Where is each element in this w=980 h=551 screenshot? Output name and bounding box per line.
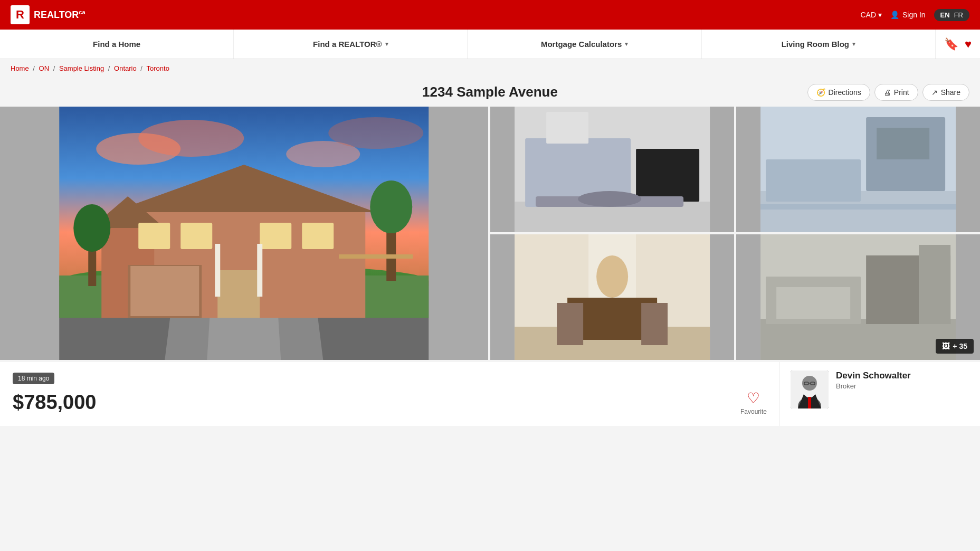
nav-find-home[interactable]: Find a Home	[0, 30, 234, 59]
chevron-down-icon: ▾	[878, 11, 882, 19]
nav-find-realtor-label: Find a REALTOR®	[313, 40, 382, 49]
logo-name-text: REALTOR	[34, 10, 79, 20]
print-label: Print	[894, 88, 909, 97]
svg-rect-27	[339, 254, 413, 259]
breadcrumb-toronto[interactable]: Toronto	[147, 64, 169, 72]
breadcrumb-sep: /	[33, 64, 36, 72]
svg-rect-19	[130, 266, 199, 316]
gallery-icon: 🖼	[942, 342, 949, 350]
svg-rect-40	[760, 204, 956, 210]
header-right: CAD ▾ 👤 Sign In EN FR	[860, 9, 969, 21]
agent-name: Devin Schowalter	[836, 370, 911, 381]
directions-button[interactable]: 🧭 Directions	[807, 84, 870, 101]
nav-actions: 🔖 ♥	[936, 37, 980, 51]
heart-icon[interactable]: ♥	[965, 37, 972, 51]
svg-rect-22	[257, 244, 262, 297]
share-icon: ↗	[931, 88, 938, 97]
currency-label: CAD	[860, 11, 876, 19]
photo-living-room	[490, 107, 734, 232]
photo-main[interactable]	[0, 107, 488, 360]
directions-icon: 🧭	[816, 88, 825, 97]
photo-top-right-2[interactable]	[736, 107, 980, 232]
logo-r-icon: R	[11, 5, 30, 24]
svg-rect-53	[919, 245, 950, 324]
photo-grid: 🖼 + 35	[0, 107, 980, 360]
chevron-down-icon: ▾	[852, 41, 855, 48]
print-icon: 🖨	[883, 88, 891, 97]
svg-rect-14	[138, 223, 170, 249]
nav-blog-label: Living Room Blog	[782, 40, 849, 49]
logo-ca-text: ca	[79, 9, 85, 15]
nav-mortgage[interactable]: Mortgage Calculators ▾	[468, 30, 701, 59]
svg-rect-34	[546, 112, 588, 144]
favourite-heart-icon: ♡	[747, 390, 760, 407]
listing-header: 1234 Sample Avenue 🧭 Directions 🖨 Print …	[0, 78, 980, 107]
svg-rect-38	[766, 159, 861, 202]
listing-title: 1234 Sample Avenue	[422, 84, 558, 100]
favourite-label: Favourite	[740, 408, 767, 415]
lang-en: EN	[940, 11, 950, 19]
photo-top-right-1[interactable]	[490, 107, 734, 232]
sign-in-button[interactable]: 👤 Sign In	[890, 11, 926, 19]
breadcrumb-on[interactable]: ON	[39, 64, 50, 72]
nav-mortgage-label: Mortgage Calculators	[541, 40, 622, 49]
nav-find-realtor[interactable]: Find a REALTOR® ▾	[234, 30, 468, 59]
price-section: 18 min ago $785,000 ♡ Favourite	[0, 362, 779, 426]
chevron-down-icon: ▾	[385, 41, 388, 48]
svg-rect-47	[588, 234, 636, 298]
breadcrumb-sep: /	[140, 64, 144, 72]
photo-dining-room	[490, 234, 734, 360]
breadcrumb-sep: /	[108, 64, 112, 72]
bookmark-icon[interactable]: 🔖	[944, 37, 958, 51]
photo-bottom-right-2[interactable]: 🖼 + 35	[736, 234, 980, 360]
breadcrumb-home[interactable]: Home	[11, 64, 29, 72]
svg-rect-52	[776, 287, 850, 319]
directions-label: Directions	[829, 88, 861, 97]
svg-point-4	[328, 117, 423, 149]
chevron-down-icon: ▾	[625, 41, 628, 48]
photo-bottom-right-1[interactable]	[490, 234, 734, 360]
user-icon: 👤	[890, 11, 899, 19]
main-photo-svg	[0, 107, 488, 360]
svg-rect-49	[760, 319, 956, 360]
svg-rect-59	[808, 397, 811, 408]
logo[interactable]: R REALTORca	[11, 5, 85, 24]
agent-photo	[791, 370, 829, 408]
svg-rect-17	[302, 223, 334, 249]
listing-actions: 🧭 Directions 🖨 Print ↗ Share	[807, 84, 969, 101]
time-badge: 18 min ago	[13, 373, 54, 384]
header: R REALTORca CAD ▾ 👤 Sign In EN FR	[0, 0, 980, 30]
share-button[interactable]: ↗ Share	[922, 84, 969, 101]
breadcrumb-ontario[interactable]: Ontario	[114, 64, 137, 72]
navigation: Find a Home Find a REALTOR® ▾ Mortgage C…	[0, 30, 980, 59]
breadcrumb-sample-listing[interactable]: Sample Listing	[59, 64, 104, 72]
share-label: Share	[941, 88, 960, 97]
breadcrumb: Home / ON / Sample Listing / Ontario / T…	[0, 59, 980, 78]
print-button[interactable]: 🖨 Print	[874, 84, 918, 101]
svg-rect-16	[260, 223, 291, 249]
breadcrumb-sep: /	[53, 64, 57, 72]
agent-avatar	[791, 370, 829, 408]
svg-point-26	[370, 180, 412, 233]
currency-selector[interactable]: CAD ▾	[860, 11, 882, 19]
svg-point-33	[578, 191, 641, 207]
svg-rect-21	[215, 244, 220, 297]
language-switcher[interactable]: EN FR	[934, 9, 969, 21]
logo-name: REALTORca	[34, 9, 85, 21]
svg-rect-15	[180, 223, 212, 249]
svg-rect-31	[636, 149, 699, 202]
listing-price: $785,000	[13, 391, 97, 414]
lang-fr: FR	[954, 11, 963, 19]
bottom-section: 18 min ago $785,000 ♡ Favourite	[0, 362, 980, 426]
nav-find-home-label: Find a Home	[93, 40, 140, 49]
favourite-button[interactable]: ♡ Favourite	[740, 390, 767, 415]
svg-rect-20	[217, 270, 260, 318]
nav-blog[interactable]: Living Room Blog ▾	[702, 30, 936, 59]
photo-count: + 35	[953, 342, 967, 350]
svg-point-2	[138, 120, 244, 157]
agent-info: Devin Schowalter Broker	[836, 370, 911, 390]
photo-more-badge[interactable]: 🖼 + 35	[936, 339, 974, 354]
svg-rect-44	[557, 303, 583, 345]
photo-open-plan	[736, 107, 980, 232]
svg-rect-39	[877, 128, 929, 159]
